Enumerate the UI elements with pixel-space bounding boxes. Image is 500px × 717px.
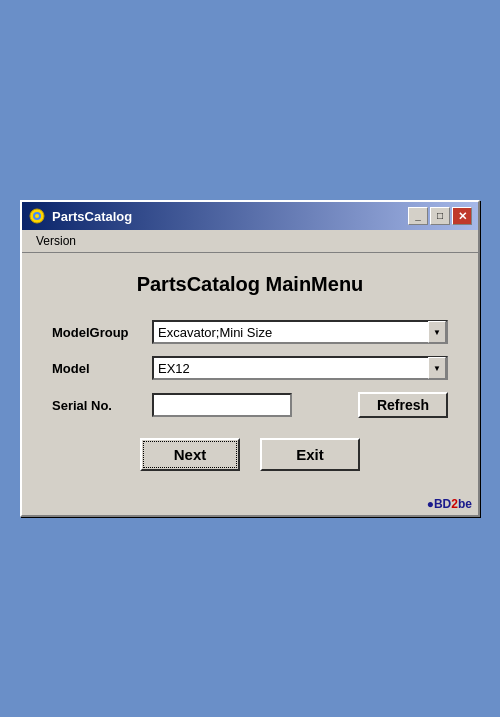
model-group-select[interactable]: Excavator;Mini Size bbox=[152, 320, 448, 344]
window-controls: _ □ ✕ bbox=[408, 207, 472, 225]
title-bar: PartsCatalog _ □ ✕ bbox=[22, 202, 478, 230]
buttons-row: Next Exit bbox=[52, 438, 448, 471]
page-title: PartsCatalog MainMenu bbox=[52, 273, 448, 296]
menu-bar: Version bbox=[22, 230, 478, 253]
model-label: Model bbox=[52, 361, 142, 376]
serial-label: Serial No. bbox=[52, 398, 142, 413]
watermark: ●BD2be bbox=[22, 495, 478, 515]
main-window: PartsCatalog _ □ ✕ Version PartsCatalog … bbox=[20, 200, 480, 517]
restore-button[interactable]: □ bbox=[430, 207, 450, 225]
watermark-2: 2 bbox=[451, 497, 458, 511]
window-title: PartsCatalog bbox=[52, 209, 402, 224]
model-select-wrapper: EX12 ▼ bbox=[152, 356, 448, 380]
minimize-button[interactable]: _ bbox=[408, 207, 428, 225]
main-content: PartsCatalog MainMenu ModelGroup Excavat… bbox=[22, 253, 478, 495]
version-menu[interactable]: Version bbox=[30, 232, 82, 250]
model-group-row: ModelGroup Excavator;Mini Size ▼ bbox=[52, 320, 448, 344]
watermark-be: be bbox=[458, 497, 472, 511]
exit-button[interactable]: Exit bbox=[260, 438, 360, 471]
watermark-obd: ●BD bbox=[427, 497, 452, 511]
close-button[interactable]: ✕ bbox=[452, 207, 472, 225]
model-select[interactable]: EX12 bbox=[152, 356, 448, 380]
app-icon bbox=[28, 207, 46, 225]
serial-row: Serial No. Refresh bbox=[52, 392, 448, 418]
model-group-select-wrapper: Excavator;Mini Size ▼ bbox=[152, 320, 448, 344]
model-group-label: ModelGroup bbox=[52, 325, 142, 340]
svg-point-2 bbox=[35, 214, 39, 218]
refresh-button[interactable]: Refresh bbox=[358, 392, 448, 418]
serial-input[interactable] bbox=[152, 393, 292, 417]
model-row: Model EX12 ▼ bbox=[52, 356, 448, 380]
next-button[interactable]: Next bbox=[140, 438, 240, 471]
form-area: ModelGroup Excavator;Mini Size ▼ Model E… bbox=[52, 320, 448, 418]
